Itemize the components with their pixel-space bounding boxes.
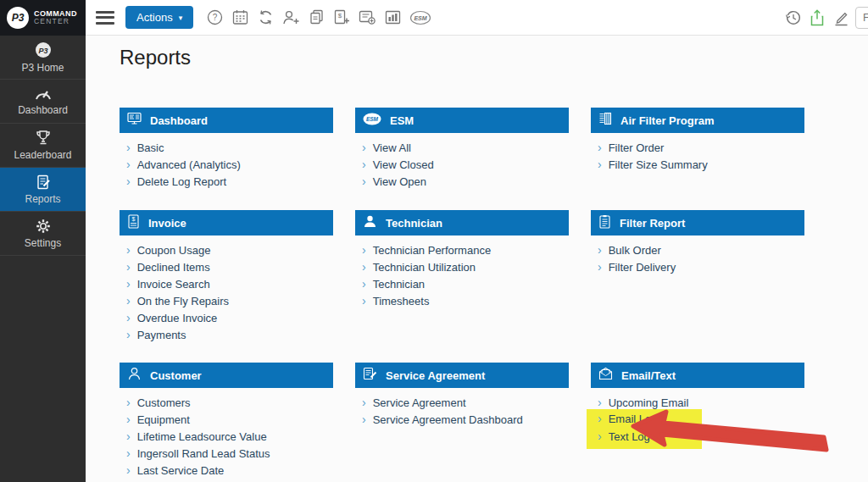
topbar: Actions▾ ? $ ESM: [86, 0, 868, 36]
page-title: Reports: [120, 46, 191, 69]
report-link[interactable]: ›Advanced (Analytics): [120, 156, 333, 173]
sidebar-item-dashboard[interactable]: Dashboard: [0, 80, 86, 124]
card-header: Email/Text: [591, 363, 804, 388]
card-header: Service Agreement: [355, 363, 569, 388]
chevron-right-icon: ›: [362, 396, 366, 408]
sidebar-item-p3-home[interactable]: P3 P3 Home: [0, 36, 86, 80]
calendar-icon[interactable]: [231, 7, 249, 29]
report-link[interactable]: ›View All: [355, 139, 569, 156]
email-text-icon: [598, 367, 613, 384]
main-content: Reports Dashboard ›Basic ›Advanced (Anal…: [86, 36, 868, 482]
card-service-agreement: Service Agreement ›Service Agreement ›Se…: [355, 363, 569, 479]
help-icon[interactable]: ?: [205, 7, 224, 29]
sidebar-item-label: Dashboard: [18, 104, 68, 116]
report-link-highlighted[interactable]: ›Text Log: [587, 428, 702, 449]
report-link[interactable]: ›Bulk Order: [591, 241, 804, 258]
report-link[interactable]: ›View Closed: [355, 156, 569, 173]
chevron-right-icon: ›: [598, 244, 602, 256]
report-link[interactable]: ›Declined Items: [120, 258, 333, 275]
card-header: $ Invoice: [120, 210, 333, 235]
p3-logo-icon: P3: [34, 41, 53, 59]
sidebar-item-label: Reports: [25, 193, 60, 205]
card-title: Technician: [386, 217, 442, 230]
chevron-down-icon: ▾: [179, 14, 183, 22]
chevron-right-icon: ›: [126, 396, 131, 408]
report-link[interactable]: ›Timesheets: [355, 292, 569, 309]
report-link[interactable]: ›On the Fly Repairs: [120, 292, 333, 309]
report-link[interactable]: ›Filter Order: [591, 139, 804, 156]
history-icon[interactable]: [784, 7, 803, 29]
chevron-right-icon: ›: [598, 430, 602, 442]
chevron-right-icon: ›: [126, 141, 131, 153]
chevron-right-icon: ›: [126, 261, 131, 273]
card-title: Air Filter Program: [620, 114, 715, 127]
svg-text:$: $: [132, 216, 136, 222]
trophy-icon: [35, 130, 52, 147]
svg-text:ESM: ESM: [366, 116, 379, 122]
report-link[interactable]: ›Payments: [120, 326, 333, 343]
report-link[interactable]: ›Customers: [120, 394, 333, 411]
actions-button[interactable]: Actions▾: [125, 6, 193, 29]
gauge-icon: [34, 86, 53, 102]
chevron-right-icon: ›: [598, 413, 602, 424]
report-link[interactable]: ›Service Agreement: [355, 394, 569, 411]
report-link[interactable]: ›Overdue Invoice: [120, 309, 333, 326]
report-link[interactable]: ›Technician: [355, 275, 569, 292]
schedule-add-icon[interactable]: [358, 7, 376, 29]
chevron-right-icon: ›: [126, 312, 131, 324]
report-link[interactable]: ›Technician Performance: [355, 241, 569, 258]
report-link[interactable]: ›Basic: [120, 139, 333, 156]
chevron-right-icon: ›: [598, 141, 602, 153]
air-filter-icon: [598, 112, 612, 129]
report-link[interactable]: ›Ingersoll Rand Lead Status: [120, 445, 333, 462]
sidebar-item-reports[interactable]: Reports: [0, 168, 86, 212]
card-title: Customer: [150, 369, 202, 382]
report-link[interactable]: ›Invoice Search: [120, 275, 333, 292]
invoice-add-icon[interactable]: $: [332, 7, 351, 29]
chevron-right-icon: ›: [126, 464, 131, 476]
refresh-icon[interactable]: [256, 7, 275, 29]
card-dashboard: Dashboard ›Basic ›Advanced (Analytics) ›…: [120, 108, 333, 210]
sidebar-item-settings[interactable]: Settings: [0, 212, 86, 256]
bar-chart-icon[interactable]: [383, 7, 402, 29]
technician-icon: [363, 214, 377, 231]
card-title: Email/Text: [621, 369, 676, 382]
report-link[interactable]: ›Upcoming Email: [591, 394, 804, 411]
report-link[interactable]: ›Service Agreement Dashboard: [355, 411, 569, 428]
chevron-right-icon: ›: [126, 175, 131, 187]
chevron-right-icon: ›: [126, 278, 131, 290]
report-link[interactable]: ›Filter Size Summary: [591, 156, 804, 173]
edit-pencil-icon[interactable]: [832, 7, 850, 29]
chevron-right-icon: ›: [598, 158, 602, 170]
search-input[interactable]: [855, 7, 868, 29]
report-link[interactable]: ›Lifetime Leadsource Value: [120, 428, 333, 445]
sidebar-item-leaderboard[interactable]: Leaderboard: [0, 124, 86, 168]
report-link[interactable]: ›Technician Utilization: [355, 258, 569, 275]
esm-badge-icon[interactable]: ESM: [409, 7, 432, 29]
export-icon[interactable]: [808, 7, 826, 29]
report-link[interactable]: ›Coupon Usage: [120, 241, 333, 258]
report-cards-grid: Dashboard ›Basic ›Advanced (Analytics) ›…: [120, 108, 804, 479]
card-technician: Technician ›Technician Performance ›Tech…: [355, 210, 569, 363]
chevron-right-icon: ›: [362, 141, 366, 153]
svg-text:ESM: ESM: [415, 14, 427, 20]
add-user-icon[interactable]: [281, 7, 300, 29]
invoice-icon: $: [127, 214, 140, 232]
report-link[interactable]: ›Delete Log Report: [120, 173, 333, 190]
svg-text:P3: P3: [38, 47, 47, 55]
report-link[interactable]: ›Last Service Date: [120, 462, 333, 479]
chevron-right-icon: ›: [362, 295, 366, 307]
chevron-right-icon: ›: [598, 261, 602, 273]
report-link[interactable]: ›Equipment: [120, 411, 333, 428]
report-link[interactable]: ›Filter Delivery: [591, 258, 804, 275]
report-icon: [35, 174, 52, 191]
report-link-highlighted[interactable]: ›Email Log: [587, 409, 702, 428]
monitor-icon: [127, 112, 142, 129]
chevron-right-icon: ›: [362, 175, 366, 187]
menu-hamburger-icon[interactable]: [96, 11, 114, 25]
card-invoice: $ Invoice ›Coupon Usage ›Declined Items …: [120, 210, 333, 363]
svg-text:?: ?: [212, 13, 217, 22]
documents-icon[interactable]: [307, 7, 326, 29]
esm-icon: ESM: [363, 113, 381, 129]
report-link[interactable]: ›View Open: [355, 173, 569, 190]
